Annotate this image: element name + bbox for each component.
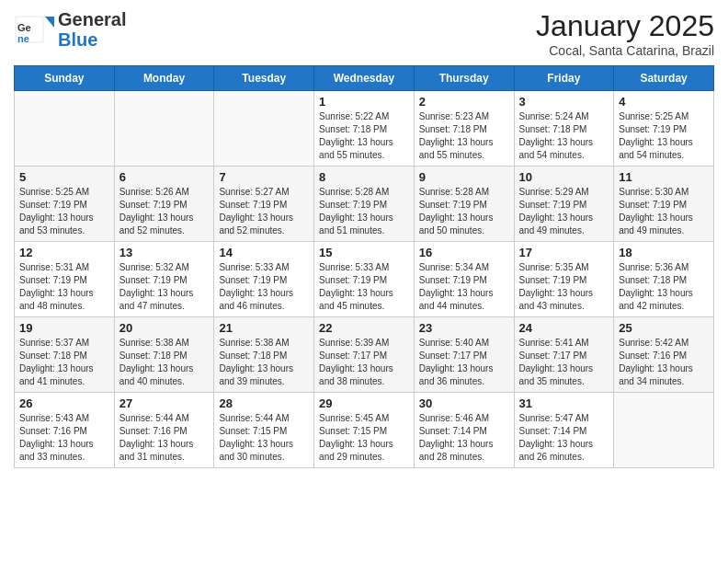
- calendar-cell: 19Sunrise: 5:37 AMSunset: 7:18 PMDayligh…: [15, 317, 115, 393]
- day-number: 13: [119, 246, 210, 259]
- day-number: 7: [219, 170, 309, 184]
- calendar-cell: 3Sunrise: 5:24 AMSunset: 7:18 PMDaylight…: [514, 91, 614, 167]
- logo-icon: Ge ne: [14, 9, 54, 50]
- calendar-cell: 12Sunrise: 5:31 AMSunset: 7:19 PMDayligh…: [15, 242, 115, 317]
- svg-text:Ge: Ge: [17, 22, 31, 33]
- day-number: 26: [19, 396, 109, 410]
- day-number: 28: [219, 396, 309, 410]
- day-info: Sunrise: 5:25 AMSunset: 7:19 PMDaylight:…: [19, 186, 109, 237]
- calendar-body: 1Sunrise: 5:22 AMSunset: 7:18 PMDaylight…: [15, 91, 714, 468]
- calendar-cell: 28Sunrise: 5:44 AMSunset: 7:15 PMDayligh…: [214, 393, 314, 468]
- logo-general: General: [58, 9, 126, 29]
- day-info: Sunrise: 5:45 AMSunset: 7:15 PMDaylight:…: [319, 412, 409, 464]
- day-number: 14: [219, 246, 309, 259]
- col-tuesday: Tuesday: [214, 66, 314, 91]
- calendar-cell: 31Sunrise: 5:47 AMSunset: 7:14 PMDayligh…: [514, 393, 614, 468]
- calendar-cell: 8Sunrise: 5:28 AMSunset: 7:19 PMDaylight…: [314, 167, 415, 242]
- day-number: 10: [519, 170, 609, 184]
- day-info: Sunrise: 5:47 AMSunset: 7:14 PMDaylight:…: [519, 412, 609, 464]
- day-info: Sunrise: 5:34 AMSunset: 7:19 PMDaylight:…: [419, 261, 509, 313]
- calendar-cell: 1Sunrise: 5:22 AMSunset: 7:18 PMDaylight…: [314, 91, 415, 167]
- day-info: Sunrise: 5:44 AMSunset: 7:16 PMDaylight:…: [119, 412, 210, 464]
- location: Cocal, Santa Catarina, Brazil: [536, 43, 714, 58]
- calendar-cell: 18Sunrise: 5:36 AMSunset: 7:18 PMDayligh…: [614, 242, 714, 317]
- calendar-cell: 22Sunrise: 5:39 AMSunset: 7:17 PMDayligh…: [314, 317, 415, 393]
- day-info: Sunrise: 5:46 AMSunset: 7:14 PMDaylight:…: [419, 412, 509, 464]
- day-number: 16: [419, 246, 509, 259]
- calendar-cell: [614, 393, 714, 468]
- calendar-week-3: 12Sunrise: 5:31 AMSunset: 7:19 PMDayligh…: [15, 242, 714, 317]
- calendar-week-1: 1Sunrise: 5:22 AMSunset: 7:18 PMDaylight…: [15, 91, 714, 167]
- col-sunday: Sunday: [15, 66, 115, 91]
- logo: Ge ne General Blue: [14, 9, 126, 50]
- title-section: January 2025 Cocal, Santa Catarina, Braz…: [536, 9, 714, 58]
- calendar-cell: 17Sunrise: 5:35 AMSunset: 7:19 PMDayligh…: [514, 242, 614, 317]
- day-number: 17: [519, 246, 609, 259]
- calendar-cell: 29Sunrise: 5:45 AMSunset: 7:15 PMDayligh…: [314, 393, 415, 468]
- day-number: 20: [119, 321, 210, 335]
- day-info: Sunrise: 5:30 AMSunset: 7:19 PMDaylight:…: [619, 186, 709, 237]
- day-info: Sunrise: 5:41 AMSunset: 7:17 PMDaylight:…: [519, 337, 609, 388]
- day-info: Sunrise: 5:32 AMSunset: 7:19 PMDaylight:…: [119, 261, 210, 313]
- day-info: Sunrise: 5:42 AMSunset: 7:16 PMDaylight:…: [619, 337, 709, 388]
- calendar-cell: 21Sunrise: 5:38 AMSunset: 7:18 PMDayligh…: [214, 317, 314, 393]
- col-monday: Monday: [114, 66, 214, 91]
- day-number: 6: [119, 170, 210, 184]
- calendar-cell: 4Sunrise: 5:25 AMSunset: 7:19 PMDaylight…: [614, 91, 714, 167]
- calendar-cell: 14Sunrise: 5:33 AMSunset: 7:19 PMDayligh…: [214, 242, 314, 317]
- day-info: Sunrise: 5:22 AMSunset: 7:18 PMDaylight:…: [319, 110, 409, 162]
- calendar-cell: 15Sunrise: 5:33 AMSunset: 7:19 PMDayligh…: [314, 242, 415, 317]
- day-info: Sunrise: 5:38 AMSunset: 7:18 PMDaylight:…: [119, 337, 210, 388]
- day-info: Sunrise: 5:35 AMSunset: 7:19 PMDaylight:…: [519, 261, 609, 313]
- calendar-cell: 5Sunrise: 5:25 AMSunset: 7:19 PMDaylight…: [15, 167, 115, 242]
- svg-marker-3: [45, 17, 54, 28]
- calendar-cell: 20Sunrise: 5:38 AMSunset: 7:18 PMDayligh…: [114, 317, 214, 393]
- day-info: Sunrise: 5:43 AMSunset: 7:16 PMDaylight:…: [19, 412, 109, 464]
- calendar-cell: 16Sunrise: 5:34 AMSunset: 7:19 PMDayligh…: [414, 242, 514, 317]
- day-info: Sunrise: 5:37 AMSunset: 7:18 PMDaylight:…: [19, 337, 109, 388]
- col-wednesday: Wednesday: [314, 66, 415, 91]
- calendar-cell: [214, 91, 314, 167]
- day-number: 25: [619, 321, 709, 335]
- day-info: Sunrise: 5:40 AMSunset: 7:17 PMDaylight:…: [419, 337, 509, 388]
- calendar-cell: 26Sunrise: 5:43 AMSunset: 7:16 PMDayligh…: [15, 393, 115, 468]
- calendar-cell: 27Sunrise: 5:44 AMSunset: 7:16 PMDayligh…: [114, 393, 214, 468]
- day-number: 12: [19, 246, 109, 259]
- day-number: 18: [619, 246, 709, 259]
- calendar-cell: [114, 91, 214, 167]
- calendar-cell: 9Sunrise: 5:28 AMSunset: 7:19 PMDaylight…: [414, 167, 514, 242]
- day-info: Sunrise: 5:38 AMSunset: 7:18 PMDaylight:…: [219, 337, 309, 388]
- logo-blue: Blue: [58, 29, 126, 50]
- day-info: Sunrise: 5:33 AMSunset: 7:19 PMDaylight:…: [219, 261, 309, 313]
- day-info: Sunrise: 5:44 AMSunset: 7:15 PMDaylight:…: [219, 412, 309, 464]
- day-info: Sunrise: 5:33 AMSunset: 7:19 PMDaylight:…: [319, 261, 409, 313]
- day-info: Sunrise: 5:36 AMSunset: 7:18 PMDaylight:…: [619, 261, 709, 313]
- day-number: 15: [319, 246, 409, 259]
- calendar-cell: 24Sunrise: 5:41 AMSunset: 7:17 PMDayligh…: [514, 317, 614, 393]
- col-saturday: Saturday: [614, 66, 714, 91]
- day-info: Sunrise: 5:28 AMSunset: 7:19 PMDaylight:…: [319, 186, 409, 237]
- day-info: Sunrise: 5:29 AMSunset: 7:19 PMDaylight:…: [519, 186, 609, 237]
- day-number: 5: [19, 170, 109, 184]
- calendar-cell: 7Sunrise: 5:27 AMSunset: 7:19 PMDaylight…: [214, 167, 314, 242]
- day-number: 24: [519, 321, 609, 335]
- day-number: 23: [419, 321, 509, 335]
- month-title: January 2025: [536, 9, 714, 43]
- calendar-cell: 10Sunrise: 5:29 AMSunset: 7:19 PMDayligh…: [514, 167, 614, 242]
- day-number: 21: [219, 321, 309, 335]
- calendar-cell: 30Sunrise: 5:46 AMSunset: 7:14 PMDayligh…: [414, 393, 514, 468]
- day-info: Sunrise: 5:25 AMSunset: 7:19 PMDaylight:…: [619, 110, 709, 162]
- day-number: 22: [319, 321, 409, 335]
- day-number: 9: [419, 170, 509, 184]
- day-info: Sunrise: 5:31 AMSunset: 7:19 PMDaylight:…: [19, 261, 109, 313]
- header-row: Sunday Monday Tuesday Wednesday Thursday…: [15, 66, 714, 91]
- day-number: 8: [319, 170, 409, 184]
- calendar-cell: 2Sunrise: 5:23 AMSunset: 7:18 PMDaylight…: [414, 91, 514, 167]
- day-number: 4: [619, 95, 709, 109]
- day-info: Sunrise: 5:26 AMSunset: 7:19 PMDaylight:…: [119, 186, 210, 237]
- header: Ge ne General Blue January 2025 Cocal, S…: [14, 9, 714, 58]
- calendar-week-4: 19Sunrise: 5:37 AMSunset: 7:18 PMDayligh…: [15, 317, 714, 393]
- logo-text: General Blue: [58, 9, 126, 50]
- calendar-week-2: 5Sunrise: 5:25 AMSunset: 7:19 PMDaylight…: [15, 167, 714, 242]
- day-number: 1: [319, 95, 409, 109]
